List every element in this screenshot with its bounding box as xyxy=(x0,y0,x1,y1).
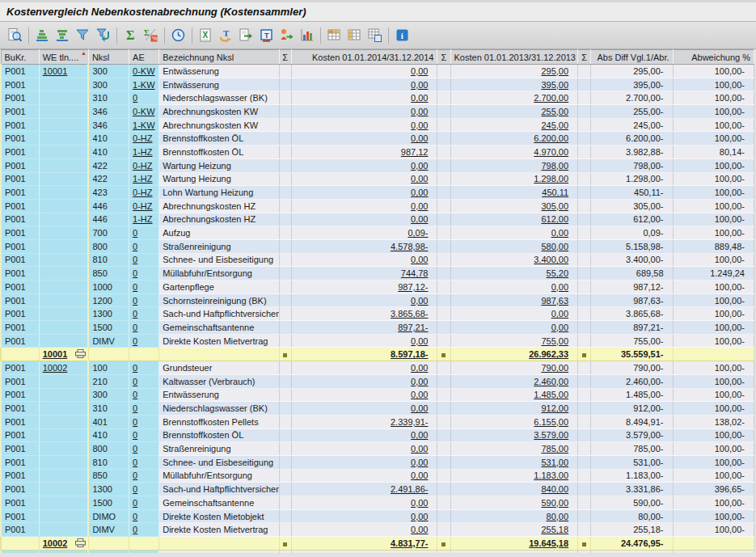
cell-kosten-2014[interactable]: 0,00 xyxy=(291,199,437,213)
sort-ascending-icon[interactable] xyxy=(32,25,53,45)
cell-kosten-2013[interactable]: 6.200,00 xyxy=(450,132,578,146)
cell-ae[interactable]: 0 xyxy=(129,253,159,267)
cell-we-object[interactable]: 10001 xyxy=(39,65,88,78)
cell-kosten-2014[interactable]: 0,00 xyxy=(291,65,437,78)
cell-kosten-2014[interactable]: 0,00 xyxy=(291,469,437,483)
cell-kosten-2013[interactable]: 0,00 xyxy=(450,281,578,294)
cell-ae[interactable]: 0 xyxy=(129,281,159,294)
cell-kosten-2013[interactable]: 2.700,00 xyxy=(450,91,578,105)
cell-kosten-2014[interactable]: 2.339,91- xyxy=(291,415,437,428)
cell-kosten-2013[interactable]: 987,63 xyxy=(450,293,578,307)
word-export-icon[interactable]: T xyxy=(216,25,236,45)
cell-ae[interactable]: 0 xyxy=(129,321,159,335)
cell-kosten-2013[interactable]: 3.579,00 xyxy=(450,428,578,442)
cell-kosten-2014[interactable]: 0,00 xyxy=(291,523,437,537)
abc-analysis-icon[interactable] xyxy=(277,25,297,45)
cell-kosten-2013[interactable]: 0,00 xyxy=(450,307,578,321)
print-icon[interactable]: T xyxy=(256,25,277,45)
cell-kosten-2013[interactable]: 1.183,00 xyxy=(450,469,578,483)
cell-ae[interactable]: 0 xyxy=(129,509,159,523)
cell-ae[interactable]: 0 xyxy=(129,496,159,510)
cell-kosten-2013[interactable]: 1.298,00 xyxy=(450,172,578,186)
cell-kosten-2014[interactable]: 987,12 xyxy=(291,146,437,159)
cell-kosten-2013[interactable]: 790,00 xyxy=(450,361,578,375)
cell-kosten-2013[interactable]: 2.460,00 xyxy=(450,374,578,388)
cell-ae[interactable]: 1-KW xyxy=(129,118,159,132)
cell-kosten-2013[interactable]: 55,20 xyxy=(450,267,578,281)
cell-kosten-2014[interactable]: 0,00 xyxy=(291,402,437,416)
cell-kosten-2013[interactable]: 590,00 xyxy=(450,496,578,510)
col-header-abw[interactable]: Abweichung % xyxy=(673,50,754,65)
cell-ae[interactable]: 0-KW xyxy=(129,65,159,78)
cell-kosten-2014[interactable]: 4.578,98- xyxy=(291,239,437,253)
cell-kosten-2014[interactable]: 0,00 xyxy=(291,455,437,469)
cell-kosten-2014[interactable]: 3.865,68- xyxy=(291,307,437,321)
cell-kosten-2013[interactable]: 3.400,00 xyxy=(450,253,578,267)
cell-kosten-2013[interactable]: 255,00 xyxy=(450,105,578,119)
cell-kosten-2014-subtotal[interactable]: 4.831,77- xyxy=(291,537,437,551)
cell-kosten-2014[interactable]: 987,12- xyxy=(291,281,437,294)
cell-ae[interactable]: 0 xyxy=(129,293,159,307)
col-header-sigma2[interactable]: Σ xyxy=(437,50,450,65)
set-filter-icon[interactable] xyxy=(73,25,93,45)
cell-kosten-2013-subtotal[interactable]: 26.962,33 xyxy=(450,348,578,361)
printer-icon[interactable] xyxy=(75,538,86,547)
cell-kosten-2013[interactable]: 840,00 xyxy=(450,483,578,496)
cell-kosten-2014[interactable]: 0,00 xyxy=(291,361,437,375)
cell-ae[interactable]: 1-HZ xyxy=(129,146,159,159)
cell-ae[interactable]: 0 xyxy=(129,442,159,456)
cell-kosten-2013[interactable]: 255,18 xyxy=(450,523,578,537)
col-header-nksl[interactable]: Nksl xyxy=(88,50,129,65)
cell-kosten-2014[interactable]: 0,00 xyxy=(291,442,437,456)
cell-ae[interactable]: 0-HZ xyxy=(129,158,159,172)
cell-ae[interactable]: 1-HZ xyxy=(129,172,159,186)
cell-ae[interactable]: 0 xyxy=(129,361,159,375)
cell-kosten-2013[interactable]: 1.485,00 xyxy=(450,388,578,402)
cell-ae[interactable]: 0 xyxy=(129,388,159,402)
cell-kosten-2014[interactable]: 0,00 xyxy=(291,334,437,348)
cell-kosten-2014[interactable]: 0,00 xyxy=(291,213,437,226)
info-icon[interactable]: i xyxy=(392,25,412,45)
cell-ae[interactable]: 0-HZ xyxy=(129,132,159,146)
cell-ae[interactable]: 0 xyxy=(129,483,159,496)
cell-kosten-2013[interactable]: 4.970,00 xyxy=(450,146,578,159)
delete-filter-icon[interactable] xyxy=(93,25,113,45)
cell-kosten-2014[interactable]: 0,00 xyxy=(291,253,437,267)
cell-ae[interactable]: 0 xyxy=(129,402,159,416)
subtotal-we-link[interactable]: 10002 xyxy=(43,538,68,548)
cell-kosten-2013[interactable]: 912,00 xyxy=(450,402,578,416)
cell-kosten-2013[interactable]: 612,00 xyxy=(450,213,578,226)
cell-kosten-2014[interactable]: 0,00 xyxy=(291,158,437,172)
cell-ae[interactable]: 0 xyxy=(129,415,159,428)
cell-kosten-2014-subtotal[interactable]: 8.597,18- xyxy=(291,348,437,361)
col-header-k2013[interactable]: Kosten 01.01.2013/31.12.2013 xyxy=(450,50,578,65)
cell-ae[interactable]: 0 xyxy=(129,307,159,321)
cell-kosten-2014[interactable]: 0,09- xyxy=(291,226,437,240)
cell-ae[interactable]: 0 xyxy=(129,91,159,105)
cell-kosten-2014[interactable]: 0,00 xyxy=(291,91,437,105)
cell-kosten-2013[interactable]: 580,00 xyxy=(450,239,578,253)
cell-kosten-2013[interactable]: 80,00 xyxy=(450,509,578,523)
cell-ae[interactable]: 0 xyxy=(129,239,159,253)
cell-kosten-2014[interactable]: 0,00 xyxy=(291,428,437,442)
cell-ae[interactable]: 0 xyxy=(129,374,159,388)
cell-ae[interactable]: 0-KW xyxy=(129,105,159,119)
cell-kosten-2014[interactable]: 0,00 xyxy=(291,388,437,402)
cell-kosten-2013[interactable]: 755,00 xyxy=(450,334,578,348)
cell-kosten-2014[interactable]: 0,00 xyxy=(291,78,437,91)
cell-ae[interactable]: 0 xyxy=(129,334,159,348)
col-header-absdiff[interactable]: Abs Diff Vgl.1/Abr. xyxy=(591,50,673,65)
col-header-sigma3[interactable]: Σ xyxy=(578,50,591,65)
cell-kosten-2014[interactable]: 0,00 xyxy=(291,374,437,388)
cell-we-object[interactable]: 10002 xyxy=(39,361,88,375)
col-header-bez[interactable]: Bezeichnung Nksl xyxy=(159,50,280,65)
local-file-export-icon[interactable] xyxy=(236,25,256,45)
cell-kosten-2013[interactable]: 295,00 xyxy=(450,65,578,78)
cell-ae[interactable]: 0 xyxy=(129,428,159,442)
cell-kosten-2014[interactable]: 744,78 xyxy=(291,267,437,281)
col-header-ae[interactable]: AE xyxy=(129,50,159,65)
cell-kosten-2014[interactable]: 0,00 xyxy=(291,293,437,307)
cell-kosten-2014[interactable]: 2.491,86- xyxy=(291,483,437,496)
cell-ae[interactable]: 0-HZ xyxy=(129,199,159,213)
subtotal-icon[interactable]: Σ% xyxy=(141,25,161,45)
